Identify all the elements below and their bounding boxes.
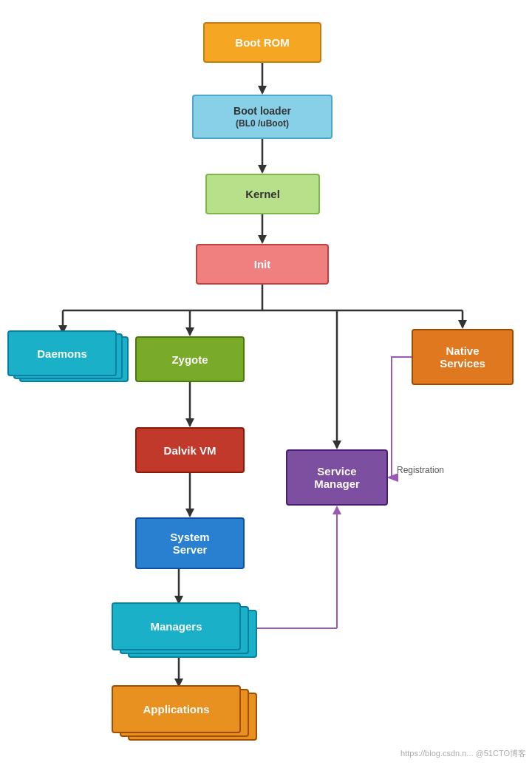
svg-marker-5 [258, 235, 267, 244]
zygote-label: Zygote [171, 353, 208, 366]
svg-marker-3 [258, 165, 267, 174]
svg-text:Registration: Registration [397, 465, 444, 475]
applications-label: Applications [112, 685, 241, 733]
kernel-node: Kernel [205, 174, 320, 214]
nativeservices-label: NativeServices [440, 344, 485, 370]
svg-marker-13 [332, 441, 341, 449]
dalvik-node: Dalvik VM [135, 427, 245, 473]
diagram: Registration Boot ROM Boot loader(BL0 /u… [0, 0, 532, 765]
daemons-stack: Daemons [6, 329, 124, 388]
svg-marker-15 [458, 320, 467, 329]
svg-marker-17 [185, 418, 194, 427]
init-node: Init [196, 244, 329, 285]
applications-stack: Applications [109, 684, 257, 754]
svg-marker-11 [185, 327, 194, 336]
bootloader-label: Boot loader(BL0 /uBoot) [233, 105, 291, 129]
bootloader-node: Boot loader(BL0 /uBoot) [192, 95, 332, 139]
dalvik-label: Dalvik VM [164, 444, 216, 457]
daemons-label: Daemons [7, 330, 117, 376]
sysserver-node: SystemServer [135, 517, 245, 569]
managers-label: Managers [112, 602, 241, 650]
zygote-node: Zygote [135, 336, 245, 382]
servicemanager-node: ServiceManager [286, 449, 388, 506]
kernel-label: Kernel [245, 188, 280, 200]
svg-marker-19 [185, 509, 194, 517]
bootrom-label: Boot ROM [235, 36, 289, 49]
svg-marker-27 [332, 506, 341, 514]
servicemanager-label: ServiceManager [314, 465, 360, 490]
bootrom-node: Boot ROM [203, 22, 321, 63]
managers-stack: Managers [109, 601, 257, 664]
watermark: https://blog.csdn.n... @51CTO博客 [400, 748, 526, 759]
nativeservices-node: NativeServices [412, 329, 514, 385]
sysserver-label: SystemServer [170, 531, 209, 556]
init-label: Init [254, 258, 271, 271]
svg-marker-1 [258, 86, 267, 95]
